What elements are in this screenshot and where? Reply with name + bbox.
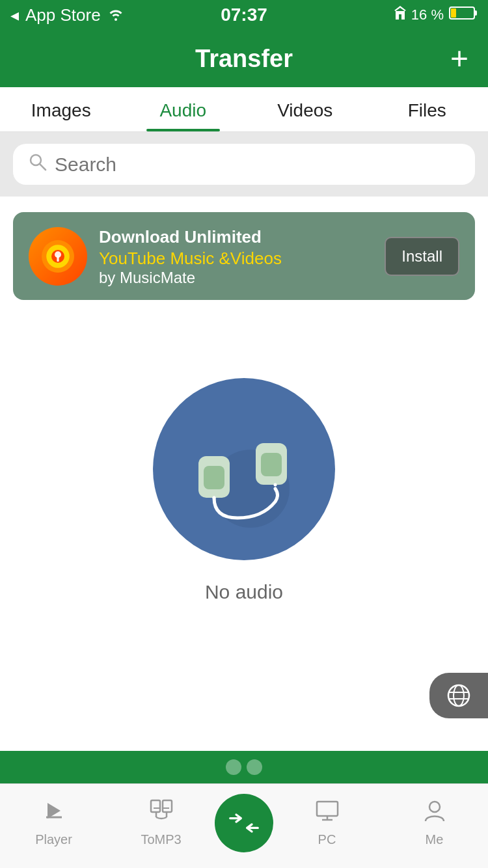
ad-logo <box>29 227 87 286</box>
ad-banner: Download Unlimited YouTube Music &Videos… <box>13 212 475 300</box>
search-icon <box>29 153 47 176</box>
tomp3-icon <box>148 799 174 828</box>
status-time: 07:37 <box>221 5 267 25</box>
ad-title: Download Unlimited <box>99 225 373 249</box>
tab-bar: Images Audio Videos Files <box>0 87 488 132</box>
svg-rect-12 <box>204 466 224 489</box>
svg-point-17 <box>448 685 469 706</box>
pc-icon <box>314 799 340 828</box>
tab-images[interactable]: Images <box>0 87 122 131</box>
empty-state: No audio <box>0 352 488 629</box>
player-icon <box>42 799 66 828</box>
status-bar: ◂ App Store 07:37 16 % <box>0 0 488 30</box>
svg-rect-1 <box>451 8 456 18</box>
globe-button[interactable] <box>429 673 488 718</box>
status-right: 16 % <box>394 6 478 24</box>
nav-title: Transfer <box>195 45 293 73</box>
wifi-icon <box>107 5 124 25</box>
svg-rect-9 <box>57 255 59 262</box>
battery-percentage: 16 % <box>411 7 444 23</box>
status-left: ◂ App Store <box>10 5 124 25</box>
ad-byline: by MusicMate <box>99 269 373 287</box>
nav-pc[interactable]: PC <box>273 799 381 847</box>
battery-icon <box>449 6 478 24</box>
nav-bar: Transfer + <box>0 30 488 87</box>
svg-point-21 <box>226 759 241 775</box>
search-wrap <box>13 144 475 185</box>
location-icon <box>394 6 406 24</box>
svg-rect-2 <box>474 10 477 16</box>
nav-tomp3[interactable]: ToMP3 <box>107 799 215 847</box>
add-button[interactable]: + <box>450 43 468 74</box>
tab-files[interactable]: Files <box>366 87 489 131</box>
tomp3-label: ToMP3 <box>141 832 181 847</box>
me-icon <box>423 799 446 828</box>
nav-player[interactable]: Player <box>0 799 107 847</box>
empty-label: No audio <box>205 581 283 603</box>
svg-rect-14 <box>261 453 282 476</box>
nav-me[interactable]: Me <box>381 799 488 847</box>
nav-transfer-center[interactable] <box>215 794 273 852</box>
ad-text: Download Unlimited YouTube Music &Videos… <box>99 225 373 287</box>
install-button[interactable]: Install <box>385 237 459 276</box>
svg-rect-25 <box>163 800 172 812</box>
back-icon: ◂ <box>10 5 19 25</box>
search-container <box>0 132 488 197</box>
svg-point-22 <box>247 759 262 775</box>
svg-point-18 <box>454 685 464 706</box>
svg-rect-26 <box>317 802 338 816</box>
svg-line-4 <box>40 164 46 170</box>
bottom-nav: Player ToMP3 PC <box>0 783 488 868</box>
svg-point-29 <box>429 802 440 812</box>
me-label: Me <box>426 832 444 847</box>
svg-rect-24 <box>151 800 160 812</box>
app-store-text: App Store <box>25 5 101 25</box>
empty-icon-circle <box>153 378 335 560</box>
player-label: Player <box>35 832 72 847</box>
tab-videos[interactable]: Videos <box>244 87 366 131</box>
tab-audio[interactable]: Audio <box>122 87 245 131</box>
search-input[interactable] <box>55 154 459 176</box>
ad-subtitle: YouTube Music &Videos <box>99 249 373 269</box>
pc-label: PC <box>318 832 336 847</box>
